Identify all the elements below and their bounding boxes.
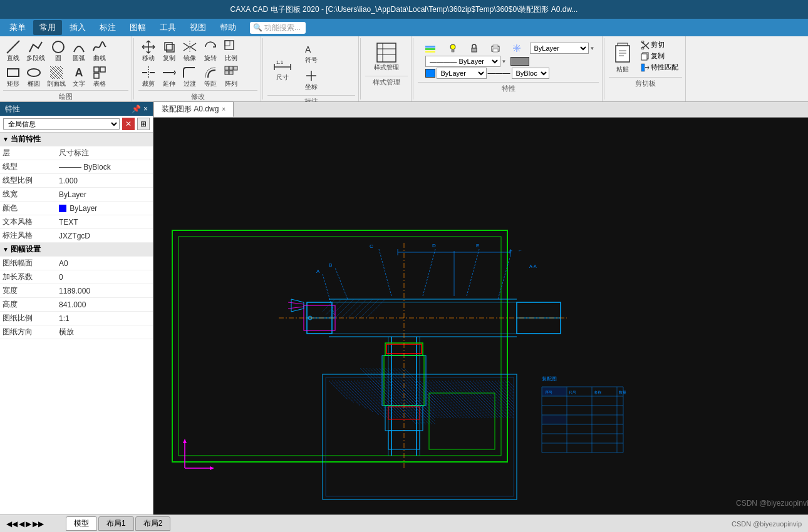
panel-icon-btn-1[interactable]: ✕ [122,118,135,130]
draw-line-btn[interactable]: 直线 [3,38,23,63]
svg-rect-37 [472,48,477,52]
svg-text:A-A: A-A [529,264,537,269]
nav-next-btn[interactable]: ▶ [26,519,31,528]
draw-text-btn[interactable]: A 文字 [69,64,89,89]
svg-rect-39 [493,49,498,52]
prop-row-scale: 图纸比例 1:1 [0,312,153,325]
menu-item-gongju[interactable]: 工具 [153,20,182,35]
modify-offset-btn[interactable]: 等距 [200,64,220,89]
lineweight-label: ——— [488,69,510,78]
paste-btn[interactable]: 粘贴 [610,39,635,74]
modify-array-btn[interactable]: 阵列 [221,64,241,89]
nav-first-btn[interactable]: ◀◀ [6,519,18,528]
svg-rect-55 [153,118,808,514]
section-current-properties: ▼ 当前特性 [0,133,153,146]
svg-rect-32 [425,46,435,48]
coordinate-btn[interactable]: 坐标 [299,66,324,93]
modify-scale-btn[interactable]: 比例 [221,38,241,63]
scissors-icon [641,41,650,49]
ribbon-group-drawing: 直线 多段线 圆 圆弧 [0,36,132,101]
byblock-select[interactable]: ByBlock [512,68,549,79]
freeze-btn[interactable] [507,43,527,54]
tab-label: 装配图形 A0.dwg [162,104,219,115]
svg-rect-10 [225,41,230,46]
draw-rect-btn[interactable]: 矩形 [3,64,23,89]
print-btn[interactable] [485,43,505,54]
coordinate-icon [304,68,319,83]
text-icon: A [71,65,86,80]
match-properties-btn[interactable]: 特性匹配 [638,62,681,73]
menu-item-bangzhu[interactable]: 帮助 [214,20,242,35]
line-icon [6,39,21,54]
menu-item-biaozhu[interactable]: 标注 [93,20,122,35]
svg-rect-129 [542,416,566,424]
cut-btn[interactable]: 剪切 [638,39,681,50]
draw-polyline-btn[interactable]: 多段线 [24,38,48,63]
function-search[interactable]: 🔍 功能搜索... [250,22,306,34]
svg-rect-28 [377,43,396,62]
layer-select[interactable]: ByLayer [530,43,589,54]
style-manager-btn[interactable]: 样式管理 [368,39,405,73]
draw-hatch-btn[interactable]: 剖面线 [44,64,68,89]
modify-move-btn[interactable]: 移动 [138,38,158,63]
symbol-btn[interactable]: A 符号 [299,39,324,66]
panel-pin-btn[interactable]: 📌 [132,105,141,113]
prop-row-lineweight: 线宽 ByLayer [0,188,153,202]
circle-label: 圆 [55,54,61,62]
modify-extend-btn[interactable]: 延伸 [159,64,179,89]
nav-last-btn[interactable]: ▶▶ [33,519,44,528]
modify-copy-btn[interactable]: 复制 [159,38,179,63]
menu-item-changyong[interactable]: 常用 [33,20,62,35]
section-page-setup: ▼ 图幅设置 [0,243,153,257]
modify-trim-btn[interactable]: 裁剪 [138,64,158,89]
trim-icon [141,65,156,80]
modify-fillet-btn[interactable]: 过渡 [180,64,200,89]
svg-text:装配图: 装配图 [542,376,557,382]
lineweight-select[interactable]: ByLayer [437,68,487,79]
menu-item-tufu[interactable]: 图幅 [123,20,152,35]
nav-prev-btn[interactable]: ◀ [19,519,24,528]
menu-item-caidan[interactable]: 菜单 [3,20,32,35]
svg-text:CSDN @biyezuopinvip: CSDN @biyezuopinvip [736,499,808,508]
svg-rect-53 [641,54,647,60]
linetype-select[interactable]: ———— ByLayer [425,56,500,67]
draw-circle-btn[interactable]: 圆 [48,38,68,63]
panel-dropdown[interactable]: 全局信息 [3,118,120,130]
panel-close-btn[interactable]: × [143,105,148,113]
rect-icon [6,65,21,80]
panel-icon-btn-2[interactable]: ⊞ [137,118,150,130]
prop-row-orientation: 图纸方向 横放 [0,325,153,339]
clipboard-group-label: 剪切板 [609,77,682,88]
lock-btn[interactable] [464,43,484,54]
svg-rect-4 [94,67,99,72]
layer-btn[interactable] [422,41,438,55]
copy-clipboard-btn[interactable]: 复制 [638,51,681,61]
svg-rect-16 [225,66,229,70]
draw-arc-btn[interactable]: 圆弧 [69,38,89,63]
tab-model[interactable]: 模型 [66,516,97,531]
svg-rect-18 [234,66,237,70]
menu-item-shitu[interactable]: 视图 [184,20,212,35]
ribbon-group-modify: 移动 复制 镜像 旋转 [135,36,261,101]
menu-item-charu[interactable]: 插入 [63,20,92,35]
lock-icon [469,43,479,53]
tab-close-btn[interactable]: × [222,106,225,113]
modify-mirror-btn[interactable]: 镜像 [180,38,200,63]
tab-layout2[interactable]: 布局2 [135,516,171,531]
ribbon-group-style: 样式管理 样式管理 [362,36,412,101]
modify-rotate-btn[interactable]: 旋转 [200,38,220,63]
draw-curve-btn[interactable]: 曲线 [90,38,110,63]
tab-layout1[interactable]: 布局1 [98,516,134,531]
polyline-label: 多段线 [26,54,45,62]
circle-icon [51,39,66,54]
tab-drawing[interactable]: 装配图形 A0.dwg × [153,101,234,117]
draw-ellipse-btn[interactable]: 椭圆 [24,64,44,89]
light-bulb-btn[interactable] [443,43,463,54]
svg-rect-19 [225,71,229,74]
title-bar: CAXA CAD 电子图板 2020 - [C:\Users\liao_\App… [0,0,808,19]
draw-block-btn[interactable]: 表格 [90,64,110,89]
dimension-btn[interactable]: 1.1 尺寸 [267,49,298,83]
prop-row-linetype: 线型 ——— ByBlock [0,160,153,174]
drawing-group-label: 绘图 [3,90,128,101]
cad-canvas[interactable]: A B C D E F 序号 代号 名称 数量 [153,118,808,514]
